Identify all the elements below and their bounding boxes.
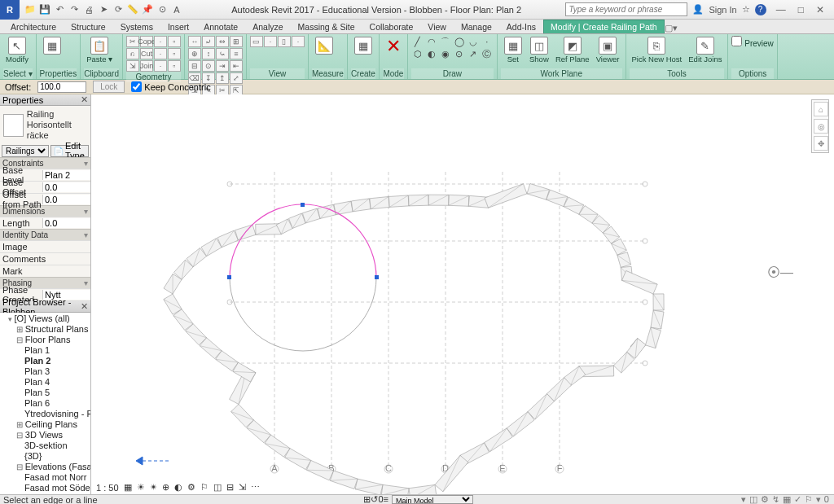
draw-tool-button[interactable]: ╱ xyxy=(411,36,424,47)
ribbon-small-button[interactable]: ↥ xyxy=(216,72,229,84)
qat-folder-icon[interactable]: 📁 xyxy=(24,4,36,15)
ribbon-tab[interactable]: Architecture xyxy=(3,20,64,33)
properties-close-icon[interactable]: ✕ xyxy=(81,94,88,105)
scale-selector[interactable]: 1 : 50 xyxy=(96,483,119,493)
draw-tool-button[interactable]: ⊙ xyxy=(453,48,466,59)
view-control-icon[interactable]: ▦ xyxy=(124,482,132,493)
browser-item[interactable]: Plan 6 xyxy=(24,397,90,408)
ribbon-button[interactable]: ▦Set xyxy=(501,36,525,64)
qat-measure-icon[interactable]: 📏 xyxy=(127,4,138,15)
ribbon-tab[interactable]: Massing & Site xyxy=(291,20,362,33)
help-icon[interactable]: ? xyxy=(755,4,766,15)
browser-close-icon[interactable]: ✕ xyxy=(81,301,88,312)
view-control-icon[interactable]: ⋯ xyxy=(251,482,260,493)
qat-print-icon[interactable]: 🖨 xyxy=(83,4,94,15)
navcube-top-icon[interactable]: ⌂ xyxy=(814,102,828,116)
status-icon[interactable]: 0 xyxy=(823,494,831,504)
property-group-header[interactable]: Identity Data xyxy=(0,229,90,240)
view-control-icon[interactable]: ⊕ xyxy=(162,482,169,493)
ribbon-small-button[interactable]: ⊟ xyxy=(188,60,201,72)
browser-item[interactable]: Ytredovisning - Plan 1 xyxy=(24,408,90,419)
draw-tool-button[interactable]: ↗ xyxy=(467,48,480,59)
browser-item[interactable]: Plan 5 xyxy=(24,387,90,397)
status-icon[interactable]: ✓ xyxy=(792,494,803,504)
navcube-pan-icon[interactable]: ✥ xyxy=(814,136,828,151)
view-control-icon[interactable]: ⊟ xyxy=(226,482,234,493)
signin-link[interactable]: Sign In xyxy=(709,5,736,15)
ribbon-tab[interactable]: View xyxy=(420,20,454,33)
ribbon-collapse-icon[interactable]: ▢▾ xyxy=(665,23,676,33)
ribbon-small-button[interactable]: ▫ xyxy=(168,60,181,72)
lock-button[interactable]: Lock xyxy=(93,81,125,93)
ribbon-small-button[interactable]: ⇥ xyxy=(216,60,229,72)
ribbon-tab[interactable]: Analyze xyxy=(245,20,290,33)
property-row[interactable]: Mark xyxy=(0,265,90,277)
ribbon-tab[interactable]: Manage xyxy=(454,20,499,33)
ribbon-button[interactable]: ✎Edit Joins xyxy=(686,36,724,64)
qat-pin-icon[interactable]: 📌 xyxy=(142,4,153,15)
ribbon-tab[interactable]: Annotate xyxy=(196,20,245,33)
browser-item[interactable]: {3D} xyxy=(24,450,90,461)
view-control-icon[interactable]: ☀ xyxy=(137,482,145,493)
ribbon-small-button[interactable]: ▫ xyxy=(168,36,181,47)
ribbon-small-button[interactable]: ⎌ xyxy=(126,48,139,59)
browser-item[interactable]: Fasad mot Norr xyxy=(24,471,90,482)
browser-item[interactable]: Plan 3 xyxy=(24,366,90,376)
infocenter-icon[interactable]: 👤 xyxy=(692,4,704,15)
status-icon[interactable]: ↯ xyxy=(770,494,781,504)
ribbon-tab[interactable]: Insert xyxy=(160,20,196,33)
favorites-icon[interactable]: ☆ xyxy=(742,4,750,15)
browser-node[interactable]: Ceiling Plans xyxy=(16,419,90,429)
ribbon-button[interactable]: ↖Modify xyxy=(3,36,31,64)
property-row[interactable]: Comments xyxy=(0,252,90,265)
ribbon-small-button[interactable]: Join xyxy=(140,60,153,72)
browser-root[interactable]: [O] Views (all) xyxy=(8,313,90,323)
status-icon[interactable]: ▾ xyxy=(740,494,748,504)
ribbon-small-button[interactable]: · xyxy=(154,48,167,59)
ribbon-small-button[interactable]: ⇲ xyxy=(126,60,139,72)
status-icon[interactable]: ▾ xyxy=(814,494,823,504)
drawing-canvas[interactable]: ABCDEF ⌂ ◎ ✥ ⦿— 1 : 50▦☀✴⊕◐⚙⚐◫⊟⇲⋯ xyxy=(91,94,834,494)
draw-tool-button[interactable]: · xyxy=(481,36,494,47)
ribbon-tab[interactable]: Add-Ins xyxy=(499,20,543,33)
browser-item[interactable]: 3D-sektion xyxy=(24,440,90,450)
browser-item[interactable]: Plan 4 xyxy=(24,376,90,387)
draw-tool-button[interactable]: ◠ xyxy=(425,36,438,47)
ribbon-button[interactable]: 📐 xyxy=(312,36,336,55)
qat-sync-icon[interactable]: ⟳ xyxy=(112,4,124,15)
design-options-dropdown[interactable]: Main Model xyxy=(392,495,473,504)
status-icon[interactable]: ▦ xyxy=(781,494,792,504)
ribbon-small-button[interactable]: · xyxy=(264,36,277,47)
ribbon-small-button[interactable]: ⤾ xyxy=(202,36,215,47)
app-logo[interactable]: R xyxy=(0,0,20,20)
draw-tool-button[interactable]: Ⓒ xyxy=(481,48,494,59)
property-row[interactable]: Offset from Path0.0 xyxy=(0,193,90,205)
qat-arrow-icon[interactable]: ➤ xyxy=(98,4,109,15)
ribbon-button[interactable]: ▣Viewer xyxy=(594,36,622,64)
ribbon-small-button[interactable]: ⇔ xyxy=(216,36,229,47)
view-control-icon[interactable]: ✴ xyxy=(150,482,157,493)
view-control-icon[interactable]: ⚙ xyxy=(187,482,195,493)
ribbon-small-button[interactable]: ▭ xyxy=(250,36,263,47)
project-browser[interactable]: [O] Views (all)Structural PlansFloor Pla… xyxy=(0,313,90,494)
ribbon-small-button[interactable]: ▯ xyxy=(278,36,291,47)
qat-save-icon[interactable]: 💾 xyxy=(39,4,50,15)
help-search-input[interactable] xyxy=(565,2,687,16)
navigation-bar[interactable]: ⌂ ◎ ✥ xyxy=(811,99,829,153)
view-control-icon[interactable]: ◐ xyxy=(174,482,182,493)
ribbon-tab[interactable]: Collaborate xyxy=(362,20,421,33)
draw-tool-button[interactable]: ◐ xyxy=(425,48,438,59)
ribbon-button[interactable]: ▦ xyxy=(40,36,64,55)
browser-node[interactable]: 3D Views xyxy=(16,429,90,440)
qat-snap-icon[interactable]: ⊙ xyxy=(156,4,168,15)
navcube-wheel-icon[interactable]: ◎ xyxy=(814,119,828,134)
browser-item[interactable]: Fasad mot Söder xyxy=(24,482,90,493)
view-control-icon[interactable]: ⇲ xyxy=(239,482,246,493)
ribbon-small-button[interactable]: · xyxy=(154,60,167,72)
draw-tool-button[interactable]: ◯ xyxy=(453,36,466,47)
ribbon-small-button[interactable]: ⊙ xyxy=(202,60,215,72)
cancel-mode-button[interactable]: ✕ xyxy=(383,36,404,57)
ribbon-button[interactable]: ◫Show xyxy=(527,36,551,64)
draw-tool-button[interactable]: ◉ xyxy=(439,48,452,59)
edit-type-button[interactable]: 📄Edit Type xyxy=(50,145,89,157)
